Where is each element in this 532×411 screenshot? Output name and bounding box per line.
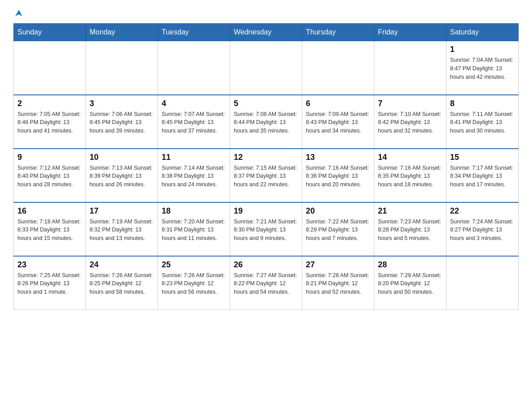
day-number: 6	[306, 99, 370, 108]
day-info: Sunrise: 7:12 AM Sunset: 8:40 PM Dayligh…	[17, 164, 82, 189]
day-number: 5	[234, 99, 298, 108]
table-row: 17Sunrise: 7:19 AM Sunset: 8:32 PM Dayli…	[86, 202, 158, 256]
day-info: Sunrise: 7:14 AM Sunset: 8:38 PM Dayligh…	[162, 164, 226, 189]
table-row: 13Sunrise: 7:16 AM Sunset: 8:36 PM Dayli…	[302, 149, 374, 202]
day-number: 4	[162, 99, 226, 108]
page-header	[13, 9, 519, 19]
table-row: 15Sunrise: 7:17 AM Sunset: 8:34 PM Dayli…	[446, 149, 519, 202]
day-number: 19	[234, 206, 298, 216]
calendar-week-row: 23Sunrise: 7:25 AM Sunset: 8:26 PM Dayli…	[14, 256, 519, 310]
calendar-header-row: Sunday Monday Tuesday Wednesday Thursday…	[14, 24, 519, 41]
day-number: 2	[17, 99, 82, 108]
table-row	[158, 41, 230, 95]
table-row: 23Sunrise: 7:25 AM Sunset: 8:26 PM Dayli…	[14, 256, 86, 310]
day-info: Sunrise: 7:15 AM Sunset: 8:37 PM Dayligh…	[234, 164, 298, 189]
day-number: 27	[306, 260, 370, 270]
col-tuesday: Tuesday	[158, 24, 230, 41]
table-row: 6Sunrise: 7:09 AM Sunset: 8:43 PM Daylig…	[302, 95, 374, 149]
day-number: 9	[17, 153, 82, 162]
day-number: 28	[378, 260, 442, 270]
day-info: Sunrise: 7:07 AM Sunset: 8:45 PM Dayligh…	[162, 110, 226, 135]
day-number: 18	[162, 206, 226, 216]
day-info: Sunrise: 7:04 AM Sunset: 8:47 PM Dayligh…	[450, 56, 515, 81]
day-number: 3	[90, 99, 154, 108]
day-info: Sunrise: 7:18 AM Sunset: 8:33 PM Dayligh…	[17, 218, 82, 243]
table-row: 7Sunrise: 7:10 AM Sunset: 8:42 PM Daylig…	[374, 95, 446, 149]
calendar-week-row: 1Sunrise: 7:04 AM Sunset: 8:47 PM Daylig…	[14, 41, 519, 95]
day-number: 7	[378, 99, 442, 108]
table-row	[230, 41, 302, 95]
day-info: Sunrise: 7:06 AM Sunset: 8:45 PM Dayligh…	[90, 110, 154, 135]
col-wednesday: Wednesday	[230, 24, 302, 41]
day-info: Sunrise: 7:26 AM Sunset: 8:23 PM Dayligh…	[162, 271, 226, 296]
day-number: 21	[378, 206, 442, 216]
day-number: 13	[306, 153, 370, 162]
svg-marker-0	[15, 10, 22, 16]
day-number: 22	[450, 206, 515, 216]
table-row: 16Sunrise: 7:18 AM Sunset: 8:33 PM Dayli…	[14, 202, 86, 256]
day-info: Sunrise: 7:21 AM Sunset: 8:30 PM Dayligh…	[234, 218, 298, 243]
table-row	[302, 41, 374, 95]
day-info: Sunrise: 7:28 AM Sunset: 8:21 PM Dayligh…	[306, 271, 370, 296]
day-number: 25	[162, 260, 226, 270]
table-row: 10Sunrise: 7:13 AM Sunset: 8:39 PM Dayli…	[86, 149, 158, 202]
table-row: 9Sunrise: 7:12 AM Sunset: 8:40 PM Daylig…	[14, 149, 86, 202]
day-number: 1	[450, 45, 515, 54]
table-row: 20Sunrise: 7:22 AM Sunset: 8:29 PM Dayli…	[302, 202, 374, 256]
day-info: Sunrise: 7:19 AM Sunset: 8:32 PM Dayligh…	[90, 218, 154, 243]
calendar-week-row: 9Sunrise: 7:12 AM Sunset: 8:40 PM Daylig…	[14, 149, 519, 202]
day-info: Sunrise: 7:08 AM Sunset: 8:44 PM Dayligh…	[234, 110, 298, 135]
table-row: 18Sunrise: 7:20 AM Sunset: 8:31 PM Dayli…	[158, 202, 230, 256]
day-number: 23	[17, 260, 82, 270]
table-row: 14Sunrise: 7:16 AM Sunset: 8:35 PM Dayli…	[374, 149, 446, 202]
table-row	[446, 256, 519, 310]
table-row: 22Sunrise: 7:24 AM Sunset: 8:27 PM Dayli…	[446, 202, 519, 256]
calendar-table: Sunday Monday Tuesday Wednesday Thursday…	[13, 23, 519, 310]
calendar-week-row: 2Sunrise: 7:05 AM Sunset: 8:46 PM Daylig…	[14, 95, 519, 149]
day-info: Sunrise: 7:11 AM Sunset: 8:41 PM Dayligh…	[450, 110, 515, 135]
day-info: Sunrise: 7:26 AM Sunset: 8:25 PM Dayligh…	[90, 271, 154, 296]
day-info: Sunrise: 7:17 AM Sunset: 8:34 PM Dayligh…	[450, 164, 515, 189]
table-row: 19Sunrise: 7:21 AM Sunset: 8:30 PM Dayli…	[230, 202, 302, 256]
col-saturday: Saturday	[446, 24, 519, 41]
day-number: 24	[90, 260, 154, 270]
day-number: 8	[450, 99, 515, 108]
table-row: 26Sunrise: 7:27 AM Sunset: 8:22 PM Dayli…	[230, 256, 302, 310]
day-info: Sunrise: 7:16 AM Sunset: 8:36 PM Dayligh…	[306, 164, 370, 189]
day-number: 17	[90, 206, 154, 216]
table-row: 25Sunrise: 7:26 AM Sunset: 8:23 PM Dayli…	[158, 256, 230, 310]
table-row	[374, 41, 446, 95]
table-row: 5Sunrise: 7:08 AM Sunset: 8:44 PM Daylig…	[230, 95, 302, 149]
table-row: 12Sunrise: 7:15 AM Sunset: 8:37 PM Dayli…	[230, 149, 302, 202]
day-info: Sunrise: 7:09 AM Sunset: 8:43 PM Dayligh…	[306, 110, 370, 135]
table-row: 28Sunrise: 7:29 AM Sunset: 8:20 PM Dayli…	[374, 256, 446, 310]
day-info: Sunrise: 7:23 AM Sunset: 8:28 PM Dayligh…	[378, 218, 442, 243]
logo-bird-icon	[14, 9, 24, 19]
logo	[13, 9, 24, 19]
day-info: Sunrise: 7:22 AM Sunset: 8:29 PM Dayligh…	[306, 218, 370, 243]
day-number: 20	[306, 206, 370, 216]
day-info: Sunrise: 7:27 AM Sunset: 8:22 PM Dayligh…	[234, 271, 298, 296]
table-row: 2Sunrise: 7:05 AM Sunset: 8:46 PM Daylig…	[14, 95, 86, 149]
day-number: 11	[162, 153, 226, 162]
day-number: 12	[234, 153, 298, 162]
table-row: 8Sunrise: 7:11 AM Sunset: 8:41 PM Daylig…	[446, 95, 519, 149]
day-info: Sunrise: 7:16 AM Sunset: 8:35 PM Dayligh…	[378, 164, 442, 189]
day-info: Sunrise: 7:29 AM Sunset: 8:20 PM Dayligh…	[378, 271, 442, 296]
table-row: 3Sunrise: 7:06 AM Sunset: 8:45 PM Daylig…	[86, 95, 158, 149]
table-row: 24Sunrise: 7:26 AM Sunset: 8:25 PM Dayli…	[86, 256, 158, 310]
day-info: Sunrise: 7:20 AM Sunset: 8:31 PM Dayligh…	[162, 218, 226, 243]
table-row: 27Sunrise: 7:28 AM Sunset: 8:21 PM Dayli…	[302, 256, 374, 310]
day-number: 16	[17, 206, 82, 216]
table-row: 21Sunrise: 7:23 AM Sunset: 8:28 PM Dayli…	[374, 202, 446, 256]
col-friday: Friday	[374, 24, 446, 41]
col-thursday: Thursday	[302, 24, 374, 41]
day-number: 14	[378, 153, 442, 162]
day-info: Sunrise: 7:13 AM Sunset: 8:39 PM Dayligh…	[90, 164, 154, 189]
col-sunday: Sunday	[14, 24, 86, 41]
table-row	[14, 41, 86, 95]
col-monday: Monday	[86, 24, 158, 41]
day-number: 26	[234, 260, 298, 270]
table-row	[86, 41, 158, 95]
day-info: Sunrise: 7:25 AM Sunset: 8:26 PM Dayligh…	[17, 271, 82, 296]
